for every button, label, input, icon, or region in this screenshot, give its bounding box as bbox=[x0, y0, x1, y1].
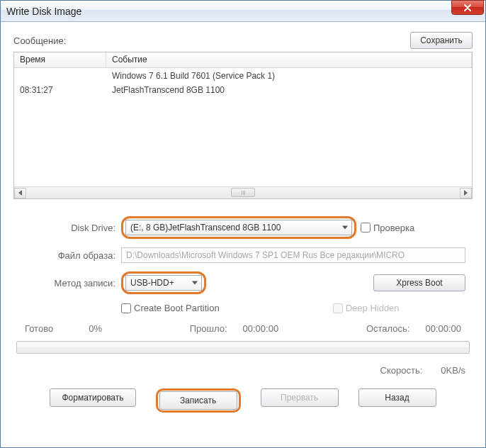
message-row: Сообщение: Сохранить bbox=[13, 32, 473, 49]
write-button-highlight: Записать bbox=[156, 388, 241, 413]
horizontal-scrollbar[interactable] bbox=[14, 186, 472, 198]
disk-drive-value: (E:, 8 GB)JetFlashTranscend 8GB 1100 bbox=[130, 223, 281, 233]
write-method-label: Метод записи: bbox=[21, 278, 117, 289]
log-table: Время Событие Windows 7 6.1 Build 7601 (… bbox=[13, 52, 473, 199]
status-row: Готово 0% Прошло: 00:00:00 Осталось: 00:… bbox=[13, 323, 473, 334]
checkbox-row: Create Boot Partition Deep Hidden bbox=[21, 303, 465, 313]
verify-checkbox[interactable] bbox=[361, 223, 371, 233]
content-area: Сообщение: Сохранить Время Событие Windo… bbox=[1, 22, 485, 447]
scroll-left-button[interactable] bbox=[14, 188, 26, 198]
write-method-select[interactable]: USB-HDD+ bbox=[125, 275, 202, 291]
table-row[interactable]: Windows 7 6.1 Build 7601 (Service Pack 1… bbox=[14, 69, 472, 84]
cell-event: JetFlashTranscend 8GB 1100 bbox=[106, 84, 472, 98]
write-method-value: USB-HDD+ bbox=[130, 278, 174, 288]
scroll-thumb[interactable] bbox=[231, 188, 255, 197]
button-row: Форматировать Записать Прервать Назад bbox=[13, 388, 473, 413]
cell-event: Windows 7 6.1 Build 7601 (Service Pack 1… bbox=[106, 69, 472, 84]
window-title: Write Disk Image bbox=[6, 6, 81, 17]
elapsed-value: 00:00:00 bbox=[243, 323, 279, 334]
col-header-event[interactable]: Событие bbox=[106, 52, 472, 67]
image-file-label: Файл образа: bbox=[21, 250, 117, 261]
status-ready: Готово bbox=[25, 323, 53, 334]
deep-hidden-checkbox bbox=[333, 303, 343, 313]
abort-button: Прервать bbox=[261, 388, 339, 407]
verify-label: Проверка bbox=[373, 223, 414, 233]
triangle-left-icon bbox=[18, 190, 22, 196]
deep-hidden-wrap: Deep Hidden bbox=[333, 303, 400, 313]
progress-bar bbox=[16, 341, 470, 354]
write-button[interactable]: Записать bbox=[159, 391, 237, 410]
create-boot-partition-checkbox[interactable] bbox=[121, 303, 131, 313]
image-file-row: Файл образа: bbox=[21, 247, 465, 263]
image-file-input[interactable] bbox=[121, 247, 465, 263]
save-log-button[interactable]: Сохранить bbox=[410, 32, 473, 49]
create-boot-partition-label: Create Boot Partition bbox=[134, 303, 220, 313]
speed-value: 0KB/s bbox=[441, 365, 465, 376]
disk-drive-label: Disk Drive: bbox=[21, 223, 117, 233]
format-button[interactable]: Форматировать bbox=[50, 388, 135, 407]
write-method-highlight: USB-HDD+ bbox=[121, 271, 206, 294]
disk-drive-highlight: (E:, 8 GB)JetFlashTranscend 8GB 1100 bbox=[121, 216, 356, 239]
verify-checkbox-wrap[interactable]: Проверка bbox=[361, 223, 414, 233]
write-method-row: Метод записи: USB-HDD+ Xpress Boot bbox=[21, 271, 465, 294]
elapsed-label: Прошло: bbox=[190, 323, 227, 334]
table-row[interactable]: 08:31:27 JetFlashTranscend 8GB 1100 bbox=[14, 84, 472, 98]
write-disk-image-window: Write Disk Image Сообщение: Сохранить Вр… bbox=[0, 0, 486, 448]
scroll-right-button[interactable] bbox=[460, 188, 472, 198]
speed-label: Скорость: bbox=[380, 365, 423, 376]
close-button[interactable] bbox=[451, 0, 484, 15]
form-area: Disk Drive: (E:, 8 GB)JetFlashTranscend … bbox=[13, 216, 473, 313]
cell-time: 08:31:27 bbox=[14, 84, 106, 98]
disk-drive-select[interactable]: (E:, 8 GB)JetFlashTranscend 8GB 1100 bbox=[125, 220, 352, 235]
titlebar[interactable]: Write Disk Image bbox=[1, 1, 485, 22]
back-button[interactable]: Назад bbox=[358, 388, 436, 407]
disk-drive-row: Disk Drive: (E:, 8 GB)JetFlashTranscend … bbox=[21, 216, 465, 239]
log-header: Время Событие bbox=[14, 52, 472, 68]
log-body: Windows 7 6.1 Build 7601 (Service Pack 1… bbox=[14, 68, 472, 186]
status-percent: 0% bbox=[89, 323, 102, 334]
create-boot-partition-wrap[interactable]: Create Boot Partition bbox=[121, 303, 220, 313]
triangle-right-icon bbox=[464, 190, 468, 196]
cell-time bbox=[14, 69, 106, 84]
speed-row: Скорость: 0KB/s bbox=[13, 365, 465, 376]
deep-hidden-label: Deep Hidden bbox=[346, 303, 400, 313]
close-icon bbox=[463, 4, 472, 11]
remain-label: Осталось: bbox=[366, 323, 410, 334]
col-header-time[interactable]: Время bbox=[14, 52, 106, 67]
remain-value: 00:00:00 bbox=[425, 323, 461, 334]
message-label: Сообщение: bbox=[13, 35, 66, 46]
xpress-boot-button[interactable]: Xpress Boot bbox=[373, 274, 465, 291]
